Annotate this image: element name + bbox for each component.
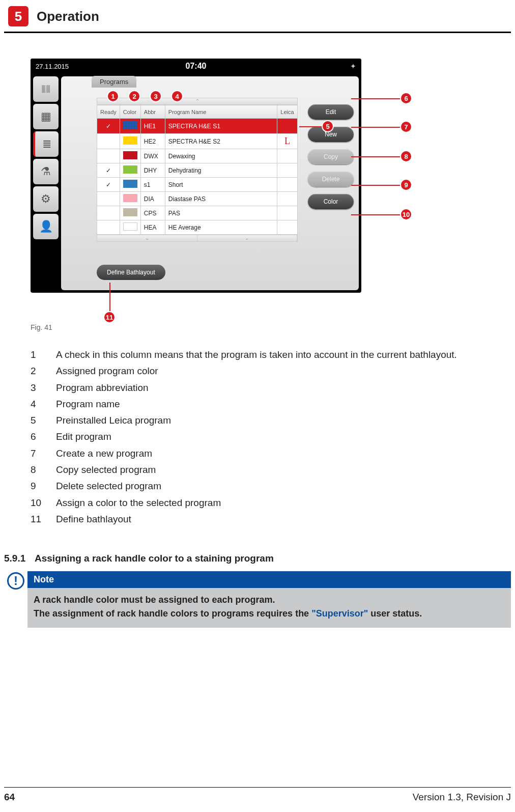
col-name[interactable]: Program Name <box>165 105 277 119</box>
cell-name: HE Average <box>165 220 277 235</box>
cell-color <box>120 119 140 134</box>
legend-row: 3Program abbreviation <box>31 380 515 396</box>
cell-abbr: HEA <box>140 220 165 235</box>
legend-num: 1 <box>31 347 56 363</box>
section-number: 5.9.1 <box>4 553 35 564</box>
legend-row: 6Edit program <box>31 429 515 445</box>
cell-ready: ✓ <box>97 163 120 178</box>
lead-10 <box>351 214 402 215</box>
cell-ready: ✓ <box>97 119 120 134</box>
version-string: Version 1.3, Revision J <box>413 792 511 803</box>
cell-leica <box>277 206 298 220</box>
lead-11 <box>109 283 110 313</box>
scroll-down[interactable]: ⌄⌄ <box>97 235 298 242</box>
sidebar-reagents-icon[interactable]: ⚗ <box>33 159 59 184</box>
scroll-up[interactable]: ⌃ <box>97 98 298 105</box>
figure-caption: Fig. 41 <box>31 323 515 331</box>
cell-name: Short <box>165 178 277 192</box>
cell-color <box>120 220 140 235</box>
status-bar: 27.11.2015 07:40 ✦ <box>31 59 361 74</box>
legend-text: Create a new program <box>56 445 152 462</box>
copy-button[interactable]: Copy <box>308 149 354 164</box>
cell-abbr: HE1 <box>140 119 165 134</box>
sidebar-user-icon[interactable]: 👤 <box>33 214 59 239</box>
cell-name: Dehydrating <box>165 163 277 178</box>
table-row[interactable]: HE2SPECTRA H&E S2L <box>97 134 298 149</box>
table-row[interactable]: DWXDewaxing <box>97 149 298 163</box>
lead-5 <box>299 126 325 127</box>
cell-name: Diastase PAS <box>165 192 277 206</box>
legend-num: 10 <box>31 495 56 511</box>
sidebar-tubes-icon[interactable]: ⦀⦀ <box>33 76 59 102</box>
tab-programs[interactable]: Programs <box>92 76 136 88</box>
lead-7 <box>351 127 402 128</box>
legend-text: Copy selected program <box>56 462 156 478</box>
color-button[interactable]: Color <box>308 194 354 209</box>
callout-10: 10 <box>400 208 412 220</box>
col-leica[interactable]: Leica <box>277 105 298 119</box>
note-box: ! Note A rack handle color must be assig… <box>4 571 511 628</box>
legend-num: 9 <box>31 478 56 494</box>
legend-num: 8 <box>31 462 56 478</box>
legend-num: 4 <box>31 396 56 412</box>
col-abbr[interactable]: Abbr <box>140 105 165 119</box>
cell-abbr: DWX <box>140 149 165 163</box>
table-row[interactable]: DIADiastase PAS <box>97 192 298 206</box>
legend-text: A check in this column means that the pr… <box>56 347 457 363</box>
callout-legend: 1A check in this column means that the p… <box>31 347 515 527</box>
legend-num: 3 <box>31 380 56 396</box>
cell-color <box>120 134 140 149</box>
legend-num: 2 <box>31 363 56 379</box>
chapter-badge: 5 <box>8 6 28 26</box>
legend-row: 9Delete selected program <box>31 478 515 494</box>
status-date: 27.11.2015 <box>36 63 69 70</box>
legend-row: 11Define bathlayout <box>31 511 515 527</box>
table-row[interactable]: HEAHE Average <box>97 220 298 235</box>
col-ready[interactable]: Ready <box>97 105 120 119</box>
table-row[interactable]: CPSPAS <box>97 206 298 220</box>
cell-abbr: s1 <box>140 178 165 192</box>
callout-2: 2 <box>128 90 140 102</box>
legend-row: 7Create a new program <box>31 445 515 462</box>
legend-num: 5 <box>31 412 56 429</box>
sidebar-layout-icon[interactable]: ▦ <box>33 104 59 129</box>
table-row[interactable]: ✓s1Short <box>97 178 298 192</box>
sidebar-programs-icon[interactable]: ≣ <box>33 131 59 157</box>
callout-4: 4 <box>171 90 183 102</box>
table-row[interactable]: ✓DHYDehydrating <box>97 163 298 178</box>
callout-8: 8 <box>400 150 412 162</box>
section-heading: 5.9.1 Assigning a rack handle color to a… <box>4 553 515 564</box>
cell-name: SPECTRA H&E S1 <box>165 119 277 134</box>
cell-abbr: CPS <box>140 206 165 220</box>
table-row[interactable]: ✓HE1SPECTRA H&E S1L <box>97 119 298 134</box>
screenshot-figure: 27.11.2015 07:40 ✦ ⦀⦀ ▦ ≣ ⚗ ⚙ 👤 Programs… <box>31 59 417 318</box>
sidebar: ⦀⦀ ▦ ≣ ⚗ ⚙ 👤 <box>33 76 59 290</box>
delete-button[interactable]: Delete <box>308 172 354 187</box>
page-footer: 64 Version 1.3, Revision J <box>4 787 511 803</box>
cell-ready <box>97 206 120 220</box>
legend-text: Define bathlayout <box>56 511 131 527</box>
cell-leica: L <box>277 119 298 134</box>
lead-9 <box>351 185 402 186</box>
cell-leica <box>277 220 298 235</box>
cell-name: PAS <box>165 206 277 220</box>
chapter-title: Operation <box>37 9 99 24</box>
callout-11: 11 <box>103 311 116 323</box>
sidebar-settings-icon[interactable]: ⚙ <box>33 186 59 212</box>
cell-color <box>120 149 140 163</box>
legend-text: Delete selected program <box>56 478 161 494</box>
cell-color <box>120 192 140 206</box>
edit-button[interactable]: Edit <box>308 104 354 120</box>
note-label: Note <box>27 571 511 588</box>
cell-color <box>120 206 140 220</box>
cell-name: SPECTRA H&E S2 <box>165 134 277 149</box>
define-bathlayout-button[interactable]: Define Bathlayout <box>97 265 165 280</box>
cell-ready <box>97 192 120 206</box>
lead-6 <box>351 98 402 99</box>
callout-6: 6 <box>400 92 412 104</box>
legend-num: 11 <box>31 511 56 527</box>
col-color[interactable]: Color <box>120 105 140 119</box>
programs-table: Ready Color Abbr Program Name Leica ✓HE1… <box>97 105 298 235</box>
cell-leica <box>277 178 298 192</box>
cell-leica <box>277 192 298 206</box>
